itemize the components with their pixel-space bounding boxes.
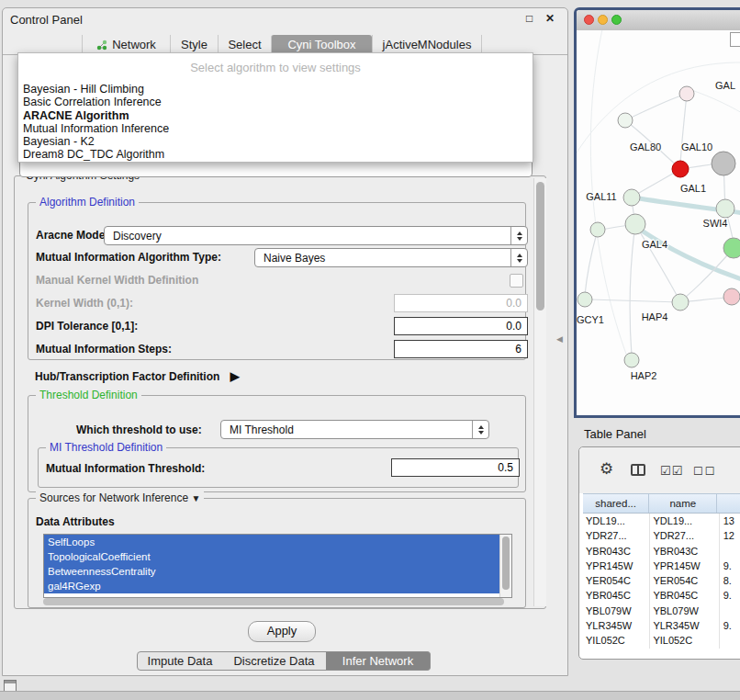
expand-right-icon: ▶ [230, 369, 240, 383]
dropdown-item[interactable]: Dream8 DC_TDC Algorithm [18, 148, 533, 161]
dropdown-item-selected[interactable]: ARACNE Algorithm [18, 109, 533, 122]
which-threshold-combobox[interactable]: MI Threshold [220, 420, 489, 439]
column-header-clipped[interactable] [717, 494, 740, 513]
tab-discretize-data[interactable]: Discretize Data [222, 651, 327, 671]
cyni-settings-group: Cyni Algorithm Settings Algorithm Defini… [14, 175, 546, 609]
algorithm-definition-group: Algorithm Definition Aracne Mode: Discov… [28, 202, 526, 360]
dropdown-item[interactable]: Bayesian - Hill Climbing [18, 83, 533, 96]
mi-threshold-legend: MI Threshold Definition [46, 441, 166, 454]
gear-icon[interactable]: ⚙ [600, 459, 613, 479]
minimize-traffic-light-icon[interactable] [598, 15, 608, 25]
deselect-all-checkboxes-icon[interactable]: ☐☐ [693, 465, 717, 478]
table-row[interactable]: YBR043CYBR043C [583, 544, 740, 559]
columns-icon[interactable] [631, 464, 645, 476]
float-window-icon[interactable]: □ [526, 12, 533, 25]
data-attributes-list[interactable]: SelfLoops TopologicalCoefficient Between… [43, 534, 512, 598]
cell: YBL079W [650, 604, 719, 618]
cell: YBR043C [650, 544, 719, 559]
tab-impute-data[interactable]: Impute Data [137, 651, 223, 671]
dropdown-item[interactable]: Bayesian - K2 [18, 135, 533, 148]
mi-steps-label: Mutual Information Steps: [36, 343, 172, 356]
threshold-definition-legend: Threshold Definition [36, 389, 141, 401]
tab-jactivemnodules[interactable]: jActiveMNodules [372, 35, 482, 54]
mi-type-combobox[interactable]: Naive Bayes [254, 248, 528, 267]
sources-legend[interactable]: Sources for Network Inference ▼ [36, 491, 204, 504]
cell: YER054C [650, 573, 719, 588]
hub-tf-section-toggle[interactable]: Hub/Transcription Factor Definition ▶ [35, 369, 240, 383]
network-node[interactable] [625, 214, 645, 234]
column-header-name[interactable]: name [649, 494, 717, 513]
desktop: Control Panel □ ✕ Network Style Select C… [0, 0, 740, 700]
cell: YBR043C [583, 544, 650, 559]
control-panel-title: Control Panel [10, 13, 83, 27]
network-node[interactable] [577, 292, 592, 307]
cell [720, 544, 740, 559]
attribute-item-selected[interactable]: BetweennessCentrality [44, 564, 502, 579]
node-label: GAL1 [680, 183, 706, 194]
table-row[interactable]: YBL079WYBL079W [583, 604, 740, 618]
network-view-window: GAL GAL80 GAL10 GAL11 GAL1 SWI4 GAL4 GCY… [574, 7, 740, 418]
attribute-item-selected[interactable]: SelfLoops [44, 535, 502, 549]
close-window-icon[interactable]: ✕ [545, 12, 555, 25]
network-window-titlebar[interactable] [577, 10, 740, 31]
tab-select[interactable]: Select [218, 35, 271, 54]
zoom-traffic-light-icon[interactable] [611, 15, 622, 25]
mi-steps-input[interactable] [394, 340, 528, 358]
algorithm-definition-legend: Algorithm Definition [36, 196, 139, 209]
tab-cyni-toolbox[interactable]: Cyni Toolbox [271, 35, 372, 54]
tab-style[interactable]: Style [170, 35, 218, 54]
collapse-left-icon[interactable]: ◀ [556, 334, 563, 344]
attribute-item-selected[interactable]: gal4RGexp [44, 579, 502, 593]
sources-group: Sources for Network Inference ▼ Data Att… [28, 498, 526, 608]
network-node[interactable] [679, 86, 694, 101]
select-all-checkboxes-icon[interactable]: ☑☑ [660, 464, 683, 478]
attribute-list-scrollbar-thumb[interactable] [502, 536, 510, 590]
node-label: SWI4 [703, 218, 728, 229]
table-row[interactable]: YDL19...YDL19...13 [583, 514, 740, 528]
table-row[interactable]: YIL052CYIL052C [583, 633, 740, 648]
network-scroll-widget[interactable] [730, 32, 740, 47]
network-node-green[interactable] [723, 238, 740, 258]
tab-infer-network[interactable]: Infer Network [326, 651, 431, 671]
cell: YIL052C [650, 633, 719, 648]
settings-scrollbar-thumb[interactable] [536, 182, 544, 310]
cell [720, 633, 740, 648]
column-header-shared-name[interactable]: shared... [583, 494, 649, 513]
close-traffic-light-icon[interactable] [584, 15, 594, 25]
dpi-tolerance-input[interactable] [394, 317, 528, 335]
network-node[interactable] [716, 199, 734, 218]
network-node-gray[interactable] [712, 152, 735, 175]
manual-kernel-label: Manual Kernel Width Definition [36, 274, 198, 287]
network-node[interactable] [590, 222, 605, 237]
table-row[interactable]: YER054CYER054C8. [583, 573, 740, 588]
aracne-mode-combobox[interactable]: Discovery [104, 226, 528, 245]
table-row[interactable]: YBR045CYBR045C9. [583, 588, 740, 603]
tab-network[interactable]: Network [82, 35, 170, 54]
network-node[interactable] [618, 113, 633, 128]
node-label: HAP2 [631, 370, 657, 381]
kernel-width-input[interactable] [394, 294, 528, 312]
cell: YBR045C [583, 588, 650, 603]
apply-button[interactable]: Apply [248, 621, 316, 642]
network-icon [96, 40, 107, 51]
settings-scrollbar[interactable] [533, 178, 546, 606]
network-node[interactable] [623, 189, 640, 206]
network-node-pink[interactable] [723, 288, 740, 305]
network-node-red[interactable] [672, 161, 689, 177]
dropdown-item[interactable]: Mutual Information Inference [18, 122, 533, 135]
attribute-list-hscrollbar[interactable] [43, 598, 504, 605]
table-row[interactable]: YPR145WYPR145W9. [583, 559, 740, 573]
manual-kernel-checkbox[interactable] [510, 274, 523, 288]
network-node[interactable] [624, 353, 639, 367]
node-label: GAL4 [642, 239, 667, 250]
attribute-list-scrollbar[interactable] [499, 535, 511, 597]
table-row[interactable]: YDR27...YDR27...12 [583, 528, 740, 543]
network-canvas[interactable]: GAL GAL80 GAL10 GAL11 GAL1 SWI4 GAL4 GCY… [577, 30, 740, 415]
cell: YBR045C [650, 588, 719, 603]
attribute-item-selected[interactable]: TopologicalCoefficient [44, 549, 502, 564]
kernel-width-label: Kernel Width (0,1): [36, 297, 133, 310]
dropdown-item[interactable]: Basic Correlation Inference [18, 96, 533, 108]
network-node[interactable] [672, 294, 689, 310]
table-row[interactable]: YLR345WYLR345W9. [583, 618, 740, 633]
mi-threshold-input[interactable] [391, 458, 520, 477]
